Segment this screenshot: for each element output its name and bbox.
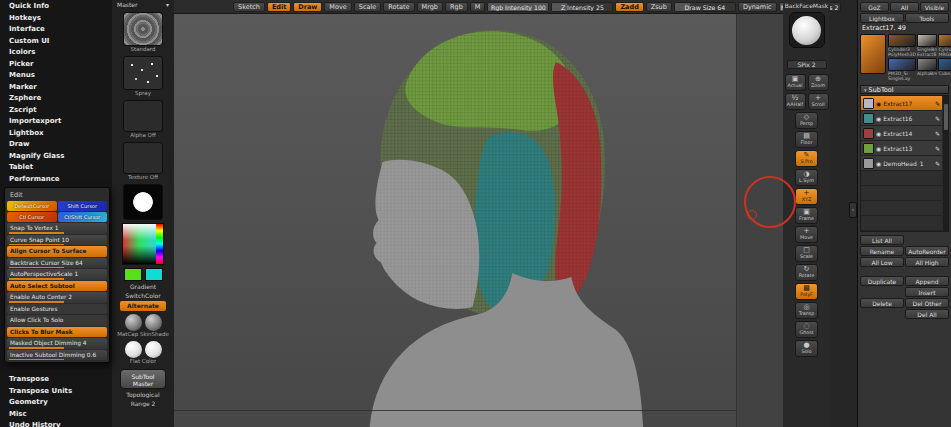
visibility-eye-icon[interactable]: ◉ [876, 130, 881, 137]
menu-item-transpose[interactable]: Transpose [0, 374, 112, 386]
toolbar-button-rotate[interactable]: Rotate [383, 2, 414, 12]
visibility-eye-icon[interactable]: ◉ [876, 160, 881, 167]
subtool-row-extract16[interactable]: ◉Extract16✎ [861, 111, 942, 126]
edit-pen-icon[interactable]: ✎ [935, 145, 940, 152]
backfacemask-label[interactable]: BackFaceMask [785, 1, 829, 10]
pref-backtrack-cursor-size-64[interactable]: Backtrack Cursor Size 64 [7, 258, 107, 269]
scrollbar-thumb[interactable] [944, 104, 948, 130]
cursor-swatch-ctlshift-cursor[interactable]: CtlShift Cursor [58, 212, 108, 222]
toolbar-button-move[interactable]: Move [324, 2, 351, 12]
shelf-button-ghost[interactable]: ◌Ghost [795, 321, 818, 338]
menu-item-performance[interactable]: Performance [0, 174, 112, 186]
shelf-button-l-sym[interactable]: ◑L.Sym [795, 169, 818, 186]
button-autoreorder[interactable]: AutoReorder [905, 246, 949, 256]
pref-masked-object-dimming-4[interactable]: Masked Object Dimming 4 [7, 338, 107, 349]
edit-pen-icon[interactable]: ✎ [935, 130, 940, 137]
toolbar-button-draw[interactable]: Draw [293, 2, 322, 12]
menu-item-geometry[interactable]: Geometry [0, 397, 112, 409]
shelf-button-persp[interactable]: ◇Persp [795, 112, 818, 129]
menu-item-quick-info[interactable]: Quick Info [0, 1, 112, 13]
button-del-all[interactable]: Del All [905, 309, 949, 319]
button-goz[interactable]: GoZ [860, 2, 889, 12]
toolbar-button-edit[interactable]: Edit [267, 2, 291, 12]
subtool-row-extract17[interactable]: ◉Extract17✎ [861, 96, 942, 111]
shelf-button-frame[interactable]: ▣Frame [795, 207, 818, 224]
quick-pick-item-cylinder3-polymesh3d[interactable]: Cylinder3 PolyMesh3D [888, 34, 916, 57]
alpha-circle-thumbnail[interactable] [123, 184, 163, 220]
menu-item-custom-ui[interactable]: Custom UI [0, 36, 112, 48]
shelf-button-actual[interactable]: ▣Actual [785, 74, 806, 91]
button-visible[interactable]: Visible [920, 2, 949, 12]
button-all-low[interactable]: All Low [860, 257, 904, 267]
visibility-eye-icon[interactable]: ◉ [876, 145, 881, 152]
menu-item-importexport[interactable]: Importexport [0, 116, 112, 128]
pref-clicks-to-blur-mask[interactable]: Clicks To Blur Mask [7, 327, 107, 338]
tray-collapse-handle[interactable]: ‹ [849, 202, 857, 218]
cursor-swatch-shift-cursor[interactable]: Shift Cursor [58, 201, 108, 211]
button-insert[interactable]: Insert [905, 287, 949, 297]
slider-z-intensity-25[interactable]: Z Intensity 25 [551, 2, 613, 12]
pref-enable-gestures[interactable]: Enable Gestures [7, 304, 107, 315]
pref-autoperspectivescale-1[interactable]: AutoPerspectiveScale 1 [7, 269, 107, 280]
stroke-thumbnail[interactable] [123, 56, 163, 90]
edit-pen-icon[interactable]: ✎ [935, 100, 940, 107]
menu-item-tablet[interactable]: Tablet [0, 162, 112, 174]
edit-pen-icon[interactable]: ✎ [935, 115, 940, 122]
quick-pick-item-cylinder3-mrgbzgr[interactable]: Cylinder3 MRGBZGr [938, 34, 951, 57]
menu-item-hotkeys[interactable]: Hotkeys [0, 13, 112, 25]
subtool-scrollbar[interactable] [943, 96, 948, 231]
hue-strip[interactable] [156, 224, 163, 264]
color-swatch-main[interactable] [124, 268, 142, 281]
shelf-button-scroll[interactable]: +Scroll [808, 93, 829, 110]
material-sphere[interactable] [145, 341, 162, 358]
shelf-button-solo[interactable]: ●Solo [795, 340, 818, 357]
pref-curve-snap-point-10[interactable]: Curve Snap Point 10 [7, 235, 107, 246]
menu-item-draw[interactable]: Draw [0, 139, 112, 151]
shelf-button-rotate[interactable]: ↻Rotate [795, 264, 818, 281]
menu-item-misc[interactable]: Misc [0, 409, 112, 421]
alternate-button[interactable]: Alternate [120, 301, 166, 311]
slider-draw-size-64[interactable]: Draw Size 64 [674, 2, 736, 12]
button-delete[interactable]: Delete [860, 298, 904, 308]
menu-item-menus[interactable]: Menus [0, 70, 112, 82]
toolbar-button-rgb[interactable]: Rgb [445, 2, 468, 12]
range-slider[interactable]: Range 2 [131, 400, 156, 407]
subtool-row-demohead-1[interactable]: ◉DemoHead_1✎ [861, 156, 942, 171]
shelf-button-aahalf[interactable]: ½AAHalf [785, 93, 806, 110]
current-tool-thumbnail[interactable] [860, 34, 886, 74]
button-all-high[interactable]: All High [905, 257, 949, 267]
shelf-button-xyz[interactable]: +XYZ [795, 188, 818, 205]
subtool-section-header[interactable]: ▾ SubTool [860, 85, 949, 94]
subtool-row-extract14[interactable]: ◉Extract14✎ [861, 126, 942, 141]
toolbar-button-sketch[interactable]: Sketch [233, 2, 265, 12]
alpha-thumbnail[interactable] [123, 100, 163, 132]
material-preview-thumbnail[interactable] [789, 12, 825, 48]
spix-slider[interactable]: SPix 2 [787, 60, 827, 69]
edit-pen-icon[interactable]: ✎ [935, 160, 940, 167]
menu-item-icolors[interactable]: Icolors [0, 47, 112, 59]
slider-rgb-intensity-100[interactable]: Rgb Intensity 100 [487, 2, 549, 12]
lightbox-button[interactable]: Lightbox [860, 13, 904, 23]
menu-item-undo-history[interactable]: Undo History [0, 420, 112, 427]
pref-auto-select-subtool[interactable]: Auto Select Subtool [7, 281, 107, 292]
subtool-master-button[interactable]: SubTool Master [120, 369, 166, 389]
menu-item-picker[interactable]: Picker [0, 59, 112, 71]
pref-snap-to-vertex-1[interactable]: Snap To Vertex 1 [7, 223, 107, 234]
gradient-button[interactable]: Gradient [130, 283, 156, 290]
tools-button[interactable]: Tools [905, 13, 949, 23]
toolbar-button-mrgb[interactable]: Mrgb [417, 2, 443, 12]
toolbar-button-scale[interactable]: Scale [354, 2, 382, 12]
pref-enable-auto-center-2[interactable]: Enable Auto Center 2 [7, 292, 107, 303]
list-all-button[interactable]: List All [860, 235, 904, 245]
shelf-button-scale[interactable]: □Scale [795, 245, 818, 262]
pref-allow-click-to-solo[interactable]: Allow Click To Solo [7, 315, 107, 326]
master-dropdown[interactable]: Master ▾ [112, 0, 174, 9]
shelf-button-floor[interactable]: ▤Floor [795, 131, 818, 148]
toolbar-button-zadd[interactable]: Zadd [615, 2, 643, 12]
visibility-eye-icon[interactable]: ◉ [876, 115, 881, 122]
material-sphere[interactable] [125, 341, 142, 358]
switchcolor-button[interactable]: SwitchColor [125, 292, 161, 299]
menu-item-zscript[interactable]: Zscript [0, 105, 112, 117]
quick-pick-item-alphabrs[interactable]: AlphaBrs [917, 58, 938, 81]
cursor-swatch-defaultcursor[interactable]: DefaultCursor [7, 201, 57, 211]
